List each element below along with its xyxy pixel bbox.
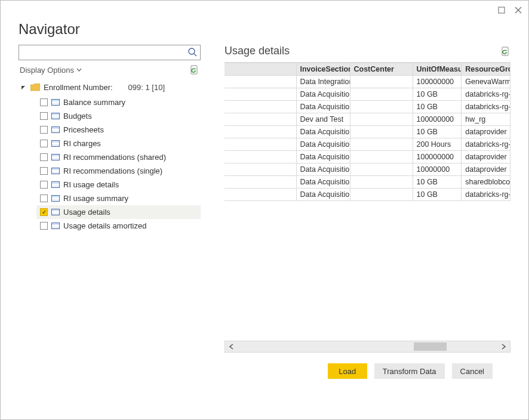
maximize-button[interactable] [497,6,506,14]
tree-item[interactable]: Usage details amortized [36,219,201,233]
search-input[interactable] [19,45,201,60]
checkbox[interactable] [40,126,48,134]
checkbox[interactable] [40,222,48,230]
table-icon [51,181,60,188]
cell: 10 GB [413,88,462,101]
checkbox[interactable]: ✓ [40,208,48,216]
column-header[interactable]: InvoiceSection [296,63,350,76]
checkbox[interactable] [40,112,48,120]
scroll-right-button[interactable] [497,341,510,352]
preview-panel: Usage details InvoiceSectionCostCenterUn… [224,45,510,379]
transform-data-button[interactable]: Transform Data [374,363,445,379]
display-options-label: Display Options [20,66,74,75]
tree-item[interactable]: RI recommendations (shared) [36,150,201,164]
cell [350,189,413,201]
cell: 100000000 [413,151,462,163]
row-gutter [224,138,296,151]
column-header[interactable]: UnitOfMeasure [413,63,462,76]
tree-item[interactable]: RI usage details [36,178,201,192]
checkbox[interactable] [40,140,48,147]
cell: 10 GB [413,176,462,189]
table-row[interactable]: Data Acquisition10 GBdatabricks-rg-uae_d… [224,101,510,113]
tree-item[interactable]: ✓Usage details [36,205,201,219]
scroll-left-button[interactable] [225,341,238,352]
tree-root-enrollment[interactable]: Enrollment Number: 099: 1 [10] [19,79,201,95]
expand-collapse-icon[interactable] [21,85,27,90]
table-row[interactable]: Data Acquisition10 GBdatabricks-rg-uae_d… [224,189,510,201]
table-icon [51,195,60,202]
tree-item[interactable]: RI usage summary [36,192,201,205]
tree-item[interactable]: RI charges [36,137,201,150]
table-row[interactable]: Data Acquisition10000000dataprovider [224,163,510,176]
load-button[interactable]: Load [328,363,367,379]
checkbox[interactable] [40,98,48,106]
cell [350,138,413,151]
tree-item-label: Budgets [63,112,92,121]
cell: Data Acquisition [296,163,350,176]
table-row[interactable]: Data Integration100000000GenevaWarmPathM… [224,76,510,88]
refresh-tree-icon[interactable] [190,65,199,75]
table-icon [51,126,60,133]
tree-root-label: Enrollment Number: [44,83,113,92]
cell [350,76,413,88]
cell: dataprovider [462,163,510,176]
checkbox[interactable] [40,153,48,161]
tree-item-label: RI charges [63,139,101,148]
tree-item[interactable]: Pricesheets [36,123,201,137]
tree-item[interactable]: Budgets [36,109,201,123]
checkbox[interactable] [40,167,48,175]
scroll-track[interactable] [238,341,497,352]
checkbox[interactable] [40,181,48,189]
table-row[interactable]: Data Acquisition100000000dataprovider [224,151,510,163]
cell: Data Acquisition [296,88,350,101]
display-options-row: Display Options [19,63,201,79]
cell: 10000000 [413,163,462,176]
table-row[interactable]: Data Acquisition10 GBdatabricks-rg-uae_d… [224,88,510,101]
folder-icon [30,84,40,91]
table-row[interactable]: Data Acquisition200 Hoursdatabricks-rg-u… [224,138,510,151]
table-icon [51,140,60,147]
cell: Data Acquisition [296,138,350,151]
tree-item-label: RI recommendations (single) [63,166,162,175]
column-header[interactable]: CostCenter [350,63,413,76]
table-icon [51,209,60,215]
tree-item[interactable]: RI recommendations (single) [36,164,201,178]
dialog-title: Navigator [19,21,510,38]
cell: sharedblobcopy [462,176,510,189]
cell [350,113,413,126]
refresh-preview-icon[interactable] [501,47,510,56]
cell: 100000000 [413,113,462,126]
cancel-button[interactable]: Cancel [452,363,493,379]
table-row[interactable]: Dev and Test100000000hw_rg [224,113,510,126]
scroll-thumb[interactable] [414,342,447,351]
cell: dataprovider [462,151,510,163]
search-row [19,45,201,60]
row-gutter [224,88,296,101]
object-tree: Enrollment Number: 099: 1 [10] Balance s… [19,79,201,233]
tree-root-value: 099: 1 [10] [128,83,165,92]
checkbox[interactable] [40,194,48,202]
cell: Dev and Test [296,113,350,126]
svg-point-1 [189,48,195,54]
close-button[interactable] [514,6,522,14]
cell: 10 GB [413,189,462,201]
cell: databricks-rg-uae_databricks- [462,88,510,101]
row-gutter [224,176,296,189]
search-icon[interactable] [187,47,197,57]
preview-table[interactable]: InvoiceSectionCostCenterUnitOfMeasureRes… [224,63,510,201]
window-titlebar [1,1,528,20]
tree-item[interactable]: Balance summary [36,95,201,109]
column-header[interactable]: ResourceGroup [462,63,510,76]
table-icon [51,168,60,174]
cell [350,176,413,189]
row-gutter [224,126,296,138]
cell: databricks-rg-uae_databricks- [462,101,510,113]
cell: dataprovider [462,126,510,138]
cell [350,101,413,113]
table-row[interactable]: Data Acquisition10 GBdataprovider [224,126,510,138]
cell: GenevaWarmPathManageRG [462,76,510,88]
horizontal-scrollbar[interactable] [224,341,510,353]
table-row[interactable]: Data Acquisition10 GBsharedblobcopy [224,176,510,189]
display-options-dropdown[interactable]: Display Options [20,66,82,75]
svg-line-2 [194,54,196,56]
